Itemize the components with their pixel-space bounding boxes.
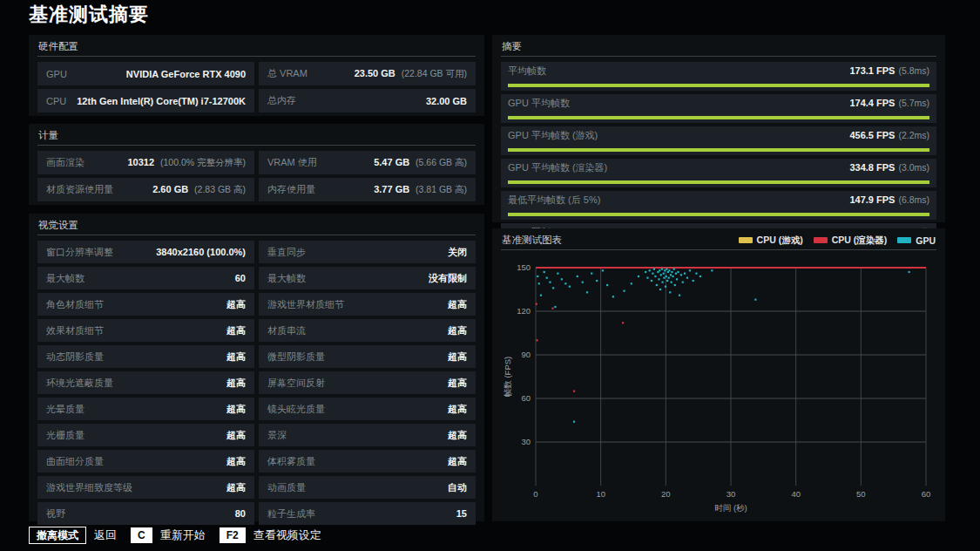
summary-row-label: 平均帧数 <box>508 65 546 78</box>
panel-header: 计量 <box>29 124 484 145</box>
data-point <box>564 282 566 284</box>
data-point <box>586 291 588 293</box>
data-point <box>666 276 667 277</box>
setting-value: 关闭 <box>448 246 467 259</box>
data-point <box>602 269 604 271</box>
setting-value: 超高 <box>448 298 467 311</box>
metric-value: 3.77 GB (3.81 GB 高) <box>374 184 467 196</box>
x-tick-label: 0 <box>533 489 537 499</box>
data-point <box>680 274 682 276</box>
summary-bar-fill <box>508 180 929 184</box>
data-point <box>649 269 651 271</box>
setting-value: 15 <box>456 508 467 519</box>
summary-row-label-group: GPU 平均帧数 (渲染器) <box>508 161 607 174</box>
data-point <box>665 286 666 288</box>
metrics-cells: 画面渲染10312 (100.0% 完整分辨率)VRAM 使用5.47 GB (… <box>29 146 484 207</box>
setting-label: 角色材质细节 <box>46 298 104 311</box>
summary-panel: 摘要 平均帧数173.1 FPS(5.8ms)GPU 平均帧数174.4 FPS… <box>492 35 945 222</box>
data-point <box>612 296 614 297</box>
data-point <box>546 277 548 279</box>
data-point <box>662 282 664 283</box>
setting-cell: 微型阴影质量超高 <box>259 345 476 368</box>
summary-row-label: 最低平均帧数 (后 5%) <box>508 194 600 207</box>
setting-label: 景深 <box>267 429 287 442</box>
data-point <box>672 276 673 277</box>
metrics-panel-title: 计量 <box>38 129 58 142</box>
data-point <box>666 269 667 270</box>
data-point <box>653 269 655 270</box>
setting-cell: 景深超高 <box>259 424 476 446</box>
keycap: C <box>131 527 152 543</box>
metric-value: 5.47 GB (5.66 GB 高) <box>374 157 467 169</box>
chart-legend: CPU (游戏)CPU (渲染器)GPU <box>739 235 936 247</box>
footer-action[interactable]: C重新开始 <box>131 527 206 543</box>
data-point <box>623 290 625 292</box>
hardware-label: 总 VRAM <box>267 67 308 80</box>
data-point <box>675 273 677 275</box>
footer-action[interactable]: 撤离模式返回 <box>29 527 117 544</box>
x-tick-label: 60 <box>922 489 931 499</box>
data-point <box>596 280 598 282</box>
data-point <box>551 308 553 310</box>
setting-value: 超高 <box>226 377 246 390</box>
data-point <box>684 273 686 275</box>
data-point <box>656 284 658 286</box>
footer-action[interactable]: F2查看视频设定 <box>220 527 321 543</box>
setting-label: 光晕质量 <box>46 403 84 416</box>
summary-row-top: 平均帧数173.1 FPS(5.8ms) <box>508 65 929 78</box>
data-point <box>660 274 662 276</box>
setting-cell: 体积雾质量超高 <box>259 450 476 473</box>
hardware-value: NVIDIA GeForce RTX 4090 <box>126 69 246 79</box>
data-point <box>538 282 540 284</box>
setting-label: 环境光遮蔽质量 <box>46 377 113 390</box>
benchmark-summary-screen: 基准测试摘要 硬件配置 GPUNVIDIA GeForce RTX 4090总 … <box>0 0 980 551</box>
setting-cell: 角色材质细节超高 <box>37 293 254 316</box>
setting-value: 自动 <box>448 481 467 494</box>
summary-row-value-group: 173.1 FPS(5.8ms) <box>849 65 929 78</box>
summary-row-label-group: 最低平均帧数 (后 5%) <box>508 194 600 207</box>
data-point <box>645 271 646 273</box>
data-point <box>659 289 661 290</box>
setting-value: 超高 <box>226 298 246 311</box>
summary-bar-track <box>508 84 929 87</box>
data-point <box>631 282 632 284</box>
legend-label: GPU <box>916 235 936 246</box>
data-point <box>682 282 684 283</box>
setting-label: 体积雾质量 <box>267 455 315 468</box>
footer-action-label: 查看视频设定 <box>253 527 321 543</box>
summary-bar-track <box>508 148 929 152</box>
setting-cell: 粒子生成率15 <box>259 502 476 525</box>
metric-label: 画面渲染 <box>46 156 84 169</box>
data-point <box>651 280 652 282</box>
setting-value: 60 <box>235 273 246 283</box>
summary-row-top: GPU 平均帧数174.4 FPS(5.7ms) <box>508 97 929 110</box>
metric-value-note: (100.0% 完整分辨率) <box>158 157 246 167</box>
setting-label: 游戏世界细致度等级 <box>46 481 132 494</box>
summary-row-value-group: 456.5 FPS(2.2ms) <box>849 129 929 142</box>
summary-row-note: (3.0ms) <box>898 162 929 173</box>
metric-value-note: (2.83 GB 高) <box>192 184 246 194</box>
summary-bar-fill <box>508 84 929 87</box>
benchmark-chart: 0102030405060306090120150时间 (秒)帧数 (FPS) <box>501 252 936 515</box>
summary-row-label: GPU 平均帧数 <box>508 97 570 110</box>
hardware-cell: CPU12th Gen Intel(R) Core(TM) i7-12700K <box>37 89 254 112</box>
summary-row-value-group: 334.8 FPS(3.0ms) <box>849 161 929 174</box>
panel-header: 基准测试图表 CPU (游戏)CPU (渲染器)GPU <box>492 228 945 249</box>
setting-label: 光栅质量 <box>46 429 84 442</box>
setting-value: 超高 <box>226 481 246 494</box>
legend-item: CPU (游戏) <box>739 235 803 247</box>
chart-wrap: 0102030405060306090120150时间 (秒)帧数 (FPS) <box>492 250 945 519</box>
data-point <box>577 276 578 277</box>
setting-value: 超高 <box>226 429 246 442</box>
summary-bar-fill <box>508 213 929 216</box>
setting-cell: 动画质量自动 <box>259 476 476 499</box>
setting-cell: 光栅质量超高 <box>37 424 254 446</box>
data-point <box>677 271 679 273</box>
data-point <box>582 282 584 283</box>
legend-swatch <box>739 237 753 243</box>
data-point <box>561 278 563 280</box>
setting-cell: 曲面细分质量超高 <box>37 450 254 473</box>
summary-row: 平均帧数173.1 FPS(5.8ms) <box>501 62 936 91</box>
panel-header: 视觉设置 <box>29 214 484 235</box>
hardware-value: 12th Gen Intel(R) Core(TM) i7-12700K <box>77 96 246 106</box>
